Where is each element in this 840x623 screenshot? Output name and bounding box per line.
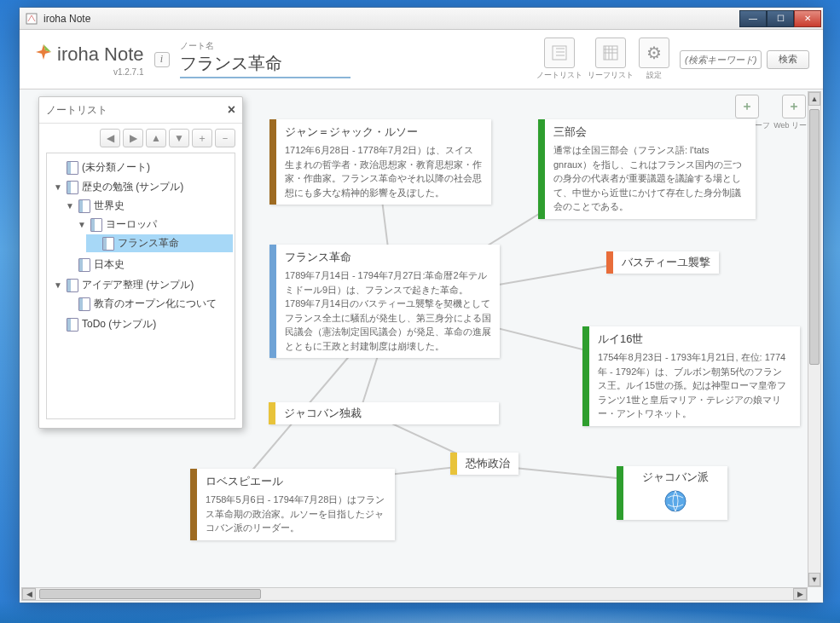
search-button[interactable]: 検索 (767, 50, 809, 69)
move-left-button[interactable]: ◀ (100, 129, 120, 147)
card-terror[interactable]: 恐怖政治 (450, 453, 518, 475)
card-body: 1789年7月14日 - 1794年7月27日:革命暦2年テルミドール9日）は、… (285, 268, 491, 353)
card-louis[interactable]: ルイ16世 1754年8月23日 - 1793年1月21日, 在位: 1774年… (582, 326, 800, 426)
settings-button[interactable]: ⚙ 設定 (639, 37, 669, 81)
tree-item-open-education[interactable]: 教育のオープン化について (62, 295, 233, 313)
notelist-panel[interactable]: ノートリスト × ◀ ▶ ▲ ▼ ＋ － (未分類ノート) ▼歴史の勉強 (サン… (38, 96, 243, 429)
tree-item-french-revolution[interactable]: フランス革命 (86, 234, 233, 252)
sidebar-title: ノートリスト (46, 103, 107, 118)
notebook-icon (78, 199, 90, 213)
canvas-area[interactable]: ＋ カードリーフ ＋ Web リーフ ジャン＝ (20, 89, 823, 603)
logo-text: iroha Note (57, 43, 144, 66)
gear-icon: ⚙ (646, 43, 662, 63)
svg-rect-1 (553, 46, 566, 60)
notebook-icon (102, 237, 114, 251)
search-input[interactable] (680, 50, 762, 69)
notelist-button[interactable]: ノートリスト (536, 37, 582, 81)
card-robes[interactable]: ロベスピエール 1758年5月6日 - 1794年7月28日）はフランス革命期の… (190, 469, 395, 540)
card-title: 三部会 (553, 124, 747, 140)
close-button[interactable]: ✕ (794, 10, 821, 27)
card-rousseau[interactable]: ジャン＝ジャック・ルソー 1712年6月28日 - 1778年7月2日）は、スイ… (269, 119, 491, 205)
tree-item-europe[interactable]: ▼ヨーロッパ (74, 216, 233, 234)
scroll-up-icon[interactable]: ▲ (808, 92, 820, 106)
svg-point-20 (665, 491, 686, 511)
move-up-button[interactable]: ▲ (146, 129, 166, 147)
card-sanbukai[interactable]: 三部会 通常は全国三部会（フランス語: l'tats gnraux）を指し、これ… (538, 119, 756, 219)
remove-note-button[interactable]: － (215, 129, 235, 147)
move-down-button[interactable]: ▼ (169, 129, 189, 147)
app-window: iroha Note — ☐ ✕ iroha Note v1.2.7.1 i ノ… (19, 7, 824, 603)
card-title: ジャコバン独裁 (284, 406, 490, 421)
scroll-left-icon[interactable]: ◀ (22, 588, 36, 600)
card-body: 1754年8月23日 - 1793年1月21日, 在位: 1774年 - 179… (598, 350, 791, 421)
window-title: iroha Note (43, 13, 739, 25)
tree-item-japanese-history[interactable]: 日本史 (62, 256, 233, 274)
scroll-thumb[interactable] (39, 589, 261, 599)
notebook-icon (78, 297, 90, 311)
app-icon (25, 12, 38, 26)
leaflist-button[interactable]: リーフリスト (588, 37, 634, 81)
logo: iroha Note v1.2.7.1 (33, 42, 144, 77)
tree-item-world-history[interactable]: ▼世界史 (62, 197, 233, 215)
notebook-icon (67, 279, 78, 292)
notebook-icon (67, 161, 78, 175)
note-tree[interactable]: (未分類ノート) ▼歴史の勉強 (サンプル) ▼世界史 ▼ヨーロッパ フランス革… (46, 153, 235, 419)
card-body: 1758年5月6日 - 1794年7月28日）はフランス革命期の政治家。ルソーを… (206, 493, 386, 535)
tree-item-unclassified[interactable]: (未分類ノート) (50, 159, 233, 176)
info-icon[interactable]: i (154, 52, 170, 67)
tree-item-todo[interactable]: ToDo (サンプル) (50, 315, 233, 333)
notebook-icon (78, 258, 90, 272)
card-title: ルイ16世 (598, 332, 791, 347)
card-title: バスティーユ襲撃 (622, 255, 710, 270)
card-title: ジャコバン派 (632, 470, 719, 485)
card-title: フランス革命 (285, 250, 491, 265)
app-header: iroha Note v1.2.7.1 i ノート名 フランス革命 ノートリスト… (20, 30, 823, 89)
scroll-right-icon[interactable]: ▶ (793, 588, 807, 600)
scroll-thumb[interactable] (809, 109, 820, 365)
card-title: 恐怖政治 (466, 456, 510, 471)
vertical-scrollbar[interactable]: ▲ ▼ (808, 91, 821, 587)
titlebar[interactable]: iroha Note — ☐ ✕ (20, 8, 823, 30)
card-body: 1712年6月28日 - 1778年7月2日）は、スイス生まれの哲学者・政治思想… (285, 143, 483, 199)
globe-icon (632, 488, 719, 516)
notebook-icon (67, 181, 78, 194)
notebook-icon (90, 218, 102, 232)
tree-item-history[interactable]: ▼歴史の勉強 (サンプル) (50, 178, 233, 196)
tree-item-ideas[interactable]: ▼アイデア整理 (サンプル) (50, 276, 233, 294)
note-name-label: ノート名 (180, 40, 350, 52)
move-right-button[interactable]: ▶ (123, 129, 143, 147)
scroll-down-icon[interactable]: ▼ (808, 573, 820, 586)
card-bastille[interactable]: バスティーユ襲撃 (606, 251, 719, 274)
desktop-background-swirl (0, 601, 840, 623)
card-jacobin[interactable]: ジャコバン派 (617, 466, 727, 520)
card-title: ジャン＝ジャック・ルソー (285, 124, 483, 140)
card-body: 通常は全国三部会（フランス語: l'tats gnraux）を指し、これはフラン… (553, 143, 747, 214)
note-title: フランス革命 (180, 52, 350, 78)
sidebar-close-icon[interactable]: × (228, 102, 235, 118)
minimize-button[interactable]: — (739, 10, 767, 27)
horizontal-scrollbar[interactable]: ◀ ▶ (21, 587, 808, 601)
version-label: v1.2.7.1 (113, 67, 144, 77)
card-kakumei[interactable]: フランス革命 1789年7月14日 - 1794年7月27日:革命暦2年テルミド… (269, 245, 500, 358)
maximize-button[interactable]: ☐ (767, 10, 794, 27)
card-jacobin-dict[interactable]: ジャコバン独裁 (269, 402, 499, 424)
notebook-icon (67, 318, 78, 332)
logo-icon (33, 42, 54, 67)
card-title: ロベスピエール (206, 474, 386, 489)
add-note-button[interactable]: ＋ (192, 129, 212, 147)
